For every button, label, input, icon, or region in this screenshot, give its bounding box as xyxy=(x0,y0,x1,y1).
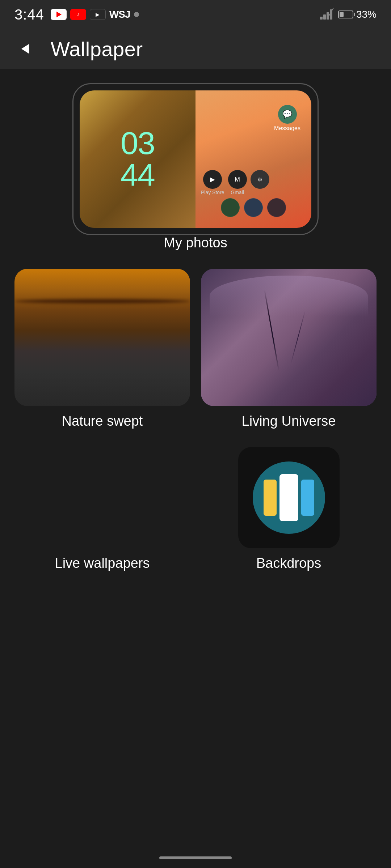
bar-right xyxy=(301,480,314,516)
home-screen-preview: 💬 Messages ▶ Play Store M Gmail ⚙ xyxy=(196,90,311,228)
dock-row xyxy=(221,198,286,217)
settings-icon-small: ⚙ xyxy=(251,170,269,189)
lock-screen-preview: 03 44 xyxy=(80,90,196,228)
rock-texture xyxy=(201,269,377,406)
play-store-icon: ▶ xyxy=(203,170,222,189)
signal-bar-3 xyxy=(327,12,329,20)
backdrops-label: Backdrops xyxy=(256,556,321,571)
status-icons: WSJ xyxy=(51,9,139,20)
dock-icon-3 xyxy=(267,198,286,217)
signal-icon xyxy=(320,9,332,20)
clock-hour: 03 xyxy=(121,127,155,159)
battery-fill xyxy=(340,12,344,17)
gmail-label: Gmail xyxy=(231,190,244,195)
youtube-icon xyxy=(51,9,67,20)
live-wallpapers-item[interactable]: Live wallpapers xyxy=(14,447,190,571)
bottom-row: Live wallpapers Backdrops xyxy=(14,447,377,571)
page-title: Wallpaper xyxy=(51,37,143,61)
wallpaper-grid: Nature swept Living Universe xyxy=(14,269,377,429)
nature-swept-content xyxy=(14,269,190,406)
backdrops-item[interactable]: Backdrops xyxy=(201,447,377,571)
play-store-label: Play Store xyxy=(201,190,224,195)
header: Wallpaper xyxy=(0,29,391,69)
back-arrow-icon xyxy=(21,44,29,54)
bar-center xyxy=(279,474,298,521)
backdrops-icon xyxy=(253,461,325,534)
signal-bar-2 xyxy=(323,14,326,20)
back-button[interactable] xyxy=(14,38,36,60)
my-photos-preview: 03 44 💬 Messages ▶ Play Store xyxy=(80,90,311,228)
battery-icon xyxy=(338,10,353,18)
battery-container: 33% xyxy=(338,9,377,20)
status-time: 3:44 xyxy=(14,7,44,23)
status-left: 3:44 WSJ xyxy=(14,7,139,23)
status-bar: 3:44 WSJ 33% xyxy=(0,0,391,29)
backdrops-icon-bars xyxy=(264,474,314,521)
messages-label: Messages xyxy=(274,125,300,132)
battery-percent: 33% xyxy=(356,9,377,20)
status-right: 33% xyxy=(320,9,377,20)
signal-bar-1 xyxy=(320,17,323,20)
clock-min: 44 xyxy=(121,159,155,191)
main-content: 03 44 💬 Messages ▶ Play Store xyxy=(0,69,391,586)
live-wallpapers-thumb-placeholder xyxy=(52,447,153,548)
bar-left xyxy=(264,480,277,516)
rock-highlight xyxy=(210,276,368,317)
living-universe-item[interactable]: Living Universe xyxy=(201,269,377,429)
app-icons-row: ▶ Play Store M Gmail ⚙ xyxy=(201,170,269,195)
nature-horizon xyxy=(14,299,190,303)
notification-dot xyxy=(134,12,139,17)
nature-swept-item[interactable]: Nature swept xyxy=(14,269,190,429)
dock-icon-2 xyxy=(244,198,263,217)
youtube-tv-icon xyxy=(90,9,106,20)
backdrops-thumb xyxy=(238,447,340,548)
home-indicator[interactable] xyxy=(159,856,232,859)
dock-icon-1 xyxy=(221,198,240,217)
my-photos-section[interactable]: 03 44 💬 Messages ▶ Play Store xyxy=(14,90,377,251)
signal-bar-4 xyxy=(330,9,332,20)
living-universe-thumb xyxy=(201,269,377,406)
gmail-icon: M xyxy=(228,170,247,189)
nature-swept-label: Nature swept xyxy=(62,413,143,429)
nature-swept-thumb xyxy=(14,269,190,406)
clock-overlay: 03 44 xyxy=(121,127,155,191)
youtube-music-icon xyxy=(70,9,86,20)
living-universe-label: Living Universe xyxy=(242,413,336,429)
live-wallpapers-label: Live wallpapers xyxy=(55,556,150,571)
rock-crack-2 xyxy=(290,311,305,364)
my-photos-label: My photos xyxy=(164,235,227,251)
messages-icon: 💬 xyxy=(278,105,297,124)
wsj-icon: WSJ xyxy=(109,9,130,20)
